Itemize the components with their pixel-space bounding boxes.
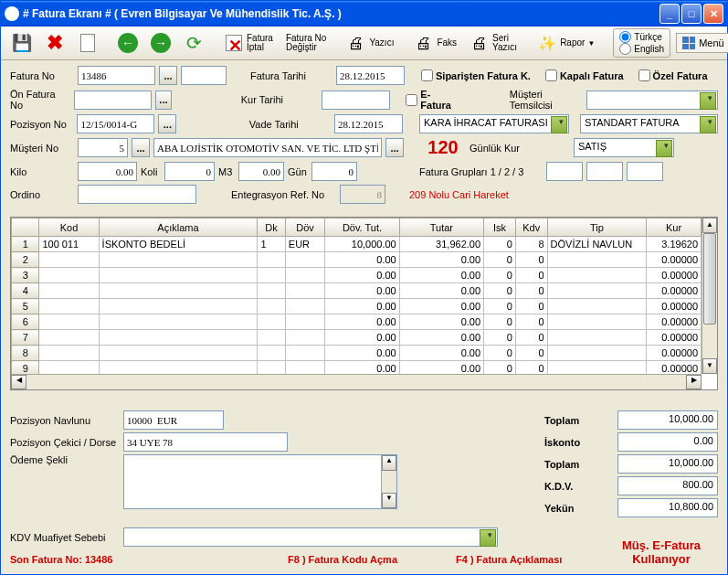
fatura-standart-select[interactable]: STANDART FATURA	[580, 114, 718, 133]
fatura-iptal-button[interactable]: Fatura İptal	[218, 29, 279, 57]
cell[interactable]	[39, 299, 99, 314]
minimize-button[interactable]: _	[659, 4, 680, 24]
column-header[interactable]: Kod	[39, 218, 99, 237]
cell[interactable]	[258, 252, 285, 268]
grup1-input[interactable]	[546, 162, 583, 181]
cell[interactable]	[99, 346, 258, 361]
cell[interactable]	[547, 252, 647, 268]
cell[interactable]: 0	[484, 314, 516, 330]
table-row[interactable]: 50.000.00000.00000	[12, 299, 702, 314]
ozel-check[interactable]: Özel Fatura	[638, 69, 708, 81]
maximize-button[interactable]: □	[681, 4, 702, 24]
refresh-button[interactable]: ⟳	[178, 29, 209, 57]
column-header[interactable]: Döv	[285, 218, 324, 237]
cell[interactable]: 0.00	[399, 346, 483, 361]
cell[interactable]: 0	[515, 314, 547, 330]
odeme-sekli-textarea[interactable]: ▲ ▼	[123, 454, 397, 509]
on-fatura-lookup[interactable]: ...	[155, 91, 173, 110]
table-row[interactable]: 1100 011İSKONTO BEDELİ1EUR10,000.0031,96…	[12, 237, 702, 252]
cell[interactable]: 0	[515, 268, 547, 283]
table-row[interactable]: 20.000.00000.00000	[12, 252, 702, 268]
cell[interactable]	[547, 330, 647, 346]
table-row[interactable]: 40.000.00000.00000	[12, 283, 702, 299]
fatura-no-input[interactable]	[78, 66, 155, 85]
next-button[interactable]: →	[145, 29, 176, 57]
musteri-temsilcisi-select[interactable]	[586, 91, 718, 110]
column-header[interactable]: Döv. Tut.	[325, 218, 399, 237]
cell[interactable]	[547, 314, 647, 330]
vade-tarihi-input[interactable]	[334, 114, 403, 133]
siparisten-check[interactable]: Siparişten Fatura K.	[421, 69, 531, 81]
new-button[interactable]	[72, 29, 103, 57]
column-header[interactable]: Dk	[258, 218, 285, 237]
kapali-check[interactable]: Kapalı Fatura	[545, 69, 624, 81]
cell[interactable]: EUR	[285, 237, 324, 252]
cell[interactable]	[39, 252, 99, 268]
cell[interactable]: 0.00	[325, 283, 399, 299]
cell[interactable]: DÖVİZLİ NAVLUN	[547, 237, 647, 252]
scroll-thumb[interactable]	[703, 233, 716, 325]
prev-button[interactable]: ←	[112, 29, 143, 57]
cell[interactable]	[258, 330, 285, 346]
table-row[interactable]: 80.000.00000.00000	[12, 346, 702, 361]
delete-button[interactable]: ✖	[39, 29, 70, 57]
cell[interactable]: 1	[258, 237, 285, 252]
cell[interactable]: 100 011	[39, 237, 99, 252]
cell[interactable]: 0.00	[399, 283, 483, 299]
faks-button[interactable]: 🖨Faks	[408, 29, 462, 57]
cell[interactable]: 0.00000	[647, 252, 702, 268]
cell[interactable]	[99, 330, 258, 346]
cell[interactable]: 0.00000	[647, 283, 702, 299]
data-grid[interactable]: KodAçıklamaDkDövDöv. Tut.TutarIskKdvTipK…	[10, 217, 718, 390]
cell[interactable]	[547, 299, 647, 314]
musteri-no-input[interactable]	[78, 138, 128, 157]
cell[interactable]: 0.00000	[647, 268, 702, 283]
lang-english[interactable]: English	[619, 43, 664, 55]
cell[interactable]	[547, 283, 647, 299]
kdv-muafiyet-select[interactable]	[123, 527, 498, 547]
column-header[interactable]	[12, 218, 39, 237]
cell[interactable]: 5	[12, 299, 39, 314]
fatura-tarihi-input[interactable]	[336, 66, 405, 85]
cell[interactable]: 0.00	[325, 299, 399, 314]
cell[interactable]: 0.00000	[647, 314, 702, 330]
rapor-button[interactable]: ✨Rapor▼	[532, 29, 600, 57]
cell[interactable]: 0.00	[399, 330, 483, 346]
ta-scroll-down[interactable]: ▼	[382, 493, 396, 508]
cell[interactable]	[39, 330, 99, 346]
column-header[interactable]: Kur	[647, 218, 702, 237]
kur-tarihi-input[interactable]	[322, 91, 390, 110]
cell[interactable]	[285, 346, 324, 361]
cell[interactable]: 7	[12, 330, 39, 346]
menu-button[interactable]: Menü	[676, 33, 728, 53]
cell[interactable]	[99, 299, 258, 314]
lang-turkce[interactable]: Türkçe	[619, 31, 664, 43]
table-row[interactable]: 70.000.00000.00000	[12, 330, 702, 346]
fatura-tipi-select[interactable]: KARA İHRACAT FATURASI	[419, 114, 569, 133]
cell[interactable]	[39, 346, 99, 361]
save-button[interactable]: 💾	[6, 29, 37, 57]
cell[interactable]	[547, 346, 647, 361]
column-header[interactable]: Isk	[484, 218, 516, 237]
cell[interactable]	[99, 252, 258, 268]
yazici-button[interactable]: 🖨Yazıcı	[341, 29, 399, 57]
cell[interactable]	[39, 314, 99, 330]
cell[interactable]: 0	[515, 252, 547, 268]
cell[interactable]: 0.00	[399, 252, 483, 268]
cell[interactable]: 0.00	[325, 314, 399, 330]
cell[interactable]: 0	[515, 330, 547, 346]
cell[interactable]: 0	[484, 330, 516, 346]
cell[interactable]	[258, 314, 285, 330]
cell[interactable]	[547, 268, 647, 283]
cell[interactable]: 0	[484, 346, 516, 361]
cell[interactable]	[285, 283, 324, 299]
fatura-no-degistir-button[interactable]: Fatura No Değiştir	[280, 30, 332, 56]
cell[interactable]: 3.19620	[647, 237, 702, 252]
scroll-right-icon[interactable]: ▶	[686, 375, 702, 389]
cell[interactable]	[285, 252, 324, 268]
cell[interactable]	[99, 314, 258, 330]
cell[interactable]: 0	[484, 252, 516, 268]
ordino-input[interactable]	[78, 185, 196, 204]
pozisyon-no-input[interactable]	[77, 114, 154, 133]
scroll-left-icon[interactable]: ◀	[11, 375, 26, 389]
